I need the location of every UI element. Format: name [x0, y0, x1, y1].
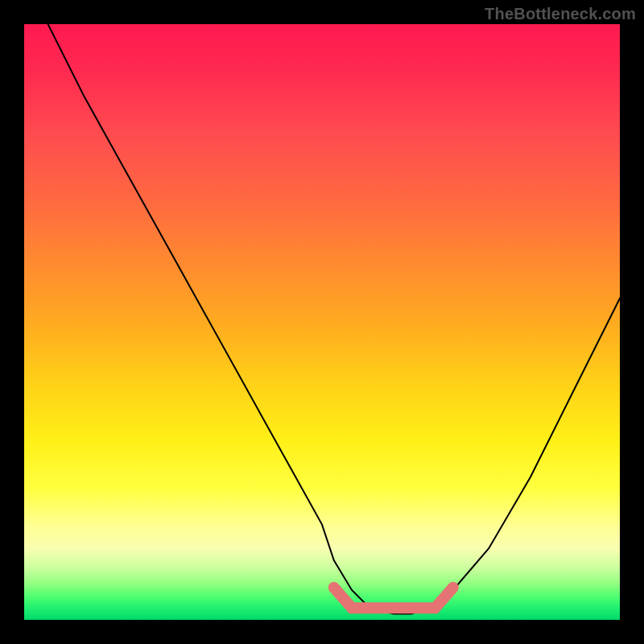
curve-layer [24, 24, 620, 620]
plot-area [24, 24, 620, 620]
watermark-text: TheBottleneck.com [485, 5, 636, 23]
bottleneck-curve-path [48, 24, 620, 614]
bottleneck-chart: TheBottleneck.com [0, 0, 644, 644]
